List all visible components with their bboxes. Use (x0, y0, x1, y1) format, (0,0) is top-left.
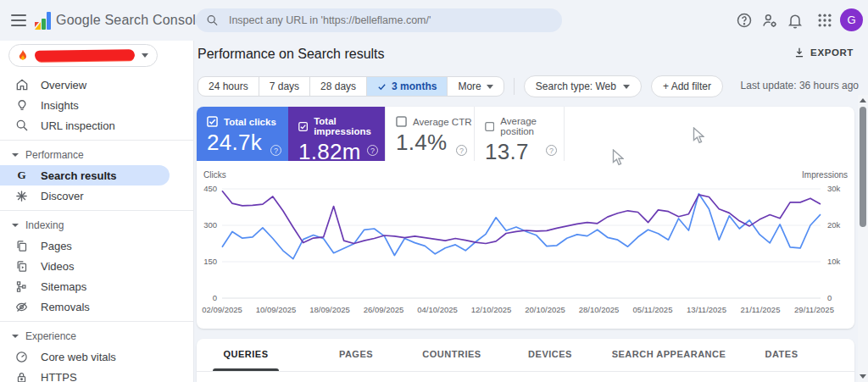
app-bar: Google Search Console G (0, 0, 868, 41)
performance-report-card: Total clicks 24.7k ? Total impressions 1… (197, 107, 854, 329)
x-axis-tick: 12/10/2025 (471, 305, 512, 314)
property-name-redacted (35, 49, 135, 62)
sidebar-item-search-results[interactable]: G Search results (0, 165, 170, 185)
right-axis-tick: 0 (827, 293, 832, 302)
last-update-text: Last update: 36 hours ago (741, 80, 859, 91)
divider (197, 371, 854, 372)
help-icon[interactable] (736, 12, 753, 29)
apps-grid-icon[interactable] (816, 12, 833, 29)
left-axis-tick: 300 (203, 220, 217, 230)
url-inspect-input[interactable] (229, 14, 552, 26)
sidebar-group-label: Indexing (25, 219, 64, 231)
tab-search-appearance[interactable]: SEARCH APPEARANCE (612, 349, 726, 359)
x-axis-tick: 20/10/2025 (525, 305, 565, 314)
x-axis-tick: 10/09/2025 (256, 305, 297, 314)
x-axis-tick: 05/11/2025 (633, 305, 673, 314)
sidebar-item-url-inspection[interactable]: URL inspection (0, 115, 193, 136)
chevron-down-icon (12, 335, 19, 338)
clicks-line (222, 194, 821, 259)
left-axis-title: Clicks (203, 170, 226, 180)
notifications-bell-icon[interactable] (787, 12, 804, 29)
chevron-down-icon (12, 224, 19, 227)
x-axis-tick: 26/09/2025 (364, 305, 404, 314)
x-axis-tick: 18/09/2025 (309, 305, 350, 314)
sidebar-item-sitemaps[interactable]: Sitemaps (0, 276, 193, 296)
lightbulb-icon (14, 98, 29, 113)
search-type-dropdown[interactable]: Search type: Web (524, 75, 642, 97)
sidebar-item-label: Overview (41, 79, 86, 91)
chevron-down-icon (487, 85, 493, 89)
export-button[interactable]: EXPORT (793, 47, 854, 58)
page-title: Performance on Search results (198, 47, 385, 62)
filter-bar: 24 hours 7 days 28 days 3 months More Se… (198, 75, 723, 97)
tab-queries[interactable]: QUERIES (223, 349, 268, 359)
right-axis-tick: 10k (827, 257, 841, 266)
check-icon (377, 82, 387, 91)
sidebar-item-label: Insights (41, 99, 79, 112)
sidebar-item-videos[interactable]: Videos (0, 256, 193, 276)
performance-line-chart[interactable]: 450300150030k20k10k002/09/202510/09/2025… (197, 107, 854, 329)
date-range-segmented-control: 24 hours 7 days 28 days 3 months More (198, 76, 504, 97)
sidebar-item-pages[interactable]: Pages (0, 235, 193, 256)
tab-pages[interactable]: PAGES (339, 349, 373, 359)
x-axis-tick: 04/10/2025 (417, 305, 458, 314)
search-icon (206, 14, 219, 27)
product-name: Google Search Console (56, 13, 203, 28)
sitemap-tree-icon (14, 280, 29, 294)
sidebar-item-removals[interactable]: Removals (0, 296, 193, 317)
sidebar-group-experience[interactable]: Experience (0, 326, 193, 346)
export-label: EXPORT (810, 47, 854, 58)
chevron-down-icon (12, 153, 19, 157)
range-3-months-selected[interactable]: 3 months (367, 77, 448, 96)
menu-icon[interactable] (11, 14, 26, 26)
divider (514, 78, 515, 95)
home-icon (14, 78, 29, 92)
sidebar-item-https[interactable]: HTTPS (0, 367, 193, 382)
lock-icon (14, 370, 29, 382)
avatar[interactable]: G (840, 8, 863, 31)
sidebar-item-insights[interactable]: Insights (0, 95, 193, 115)
gauge-icon (14, 350, 29, 364)
x-axis-tick: 28/10/2025 (579, 305, 620, 314)
tab-countries[interactable]: COUNTRIES (422, 349, 481, 359)
divider (0, 210, 193, 211)
divider (0, 140, 193, 141)
scrollbar-thumb[interactable] (860, 107, 866, 227)
sidebar-group-performance[interactable]: Performance (0, 145, 193, 165)
sidebar-item-overview[interactable]: Overview (0, 75, 193, 95)
x-axis-tick: 13/11/2025 (687, 305, 726, 314)
eye-off-icon (14, 300, 29, 314)
url-inspect-searchbar[interactable] (196, 8, 562, 32)
left-axis-tick: 450 (203, 184, 217, 193)
sidebar-group-label: Experience (25, 330, 76, 342)
sidebar-item-label: Discover (41, 190, 84, 202)
search-console-logo-icon (34, 10, 53, 30)
range-24-hours[interactable]: 24 hours (198, 77, 259, 96)
dimension-tabs-card: QUERIES PAGES COUNTRIES DEVICES SEARCH A… (197, 339, 854, 382)
tab-dates[interactable]: DATES (765, 349, 798, 359)
x-axis-tick: 29/11/2025 (794, 305, 834, 314)
sidebar-item-label: Videos (41, 260, 75, 273)
tab-devices[interactable]: DEVICES (528, 349, 572, 359)
range-28-days[interactable]: 28 days (310, 77, 367, 96)
sidebar-item-label: Sitemaps (41, 280, 86, 293)
google-g-icon: G (14, 169, 29, 183)
range-more-dropdown[interactable]: More (448, 77, 503, 96)
x-axis-tick: 02/09/2025 (202, 305, 242, 314)
property-favicon-flame-icon (18, 50, 28, 62)
sidebar-item-label: HTTPS (41, 371, 77, 382)
chevron-down-icon (142, 53, 148, 58)
sidebar-item-label: Core web vitals (41, 351, 116, 363)
sidebar-item-core-web-vitals[interactable]: Core web vitals (0, 346, 193, 367)
sidebar-item-discover[interactable]: Discover (0, 185, 193, 206)
sidebar-group-indexing[interactable]: Indexing (0, 215, 193, 235)
vertical-scrollbar[interactable] (858, 95, 868, 382)
magnifier-icon (14, 119, 29, 133)
property-selector[interactable] (8, 44, 158, 67)
account-settings-icon[interactable] (761, 12, 778, 29)
scroll-up-arrow-icon[interactable] (860, 98, 866, 102)
add-filter-button[interactable]: + Add filter (651, 75, 723, 97)
sidebar-item-label: Pages (41, 240, 72, 252)
range-7-days[interactable]: 7 days (259, 77, 310, 96)
scroll-down-arrow-icon[interactable] (860, 374, 866, 379)
